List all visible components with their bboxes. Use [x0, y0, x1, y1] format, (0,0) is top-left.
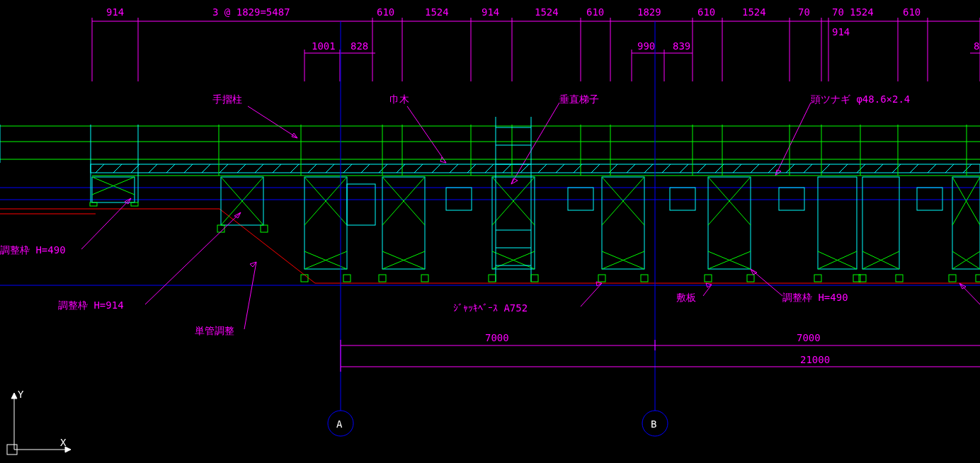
svg-line-25 — [407, 106, 446, 163]
dim-914b: 914 — [482, 6, 499, 18]
svg-line-83 — [857, 164, 865, 173]
svg-line-50 — [273, 164, 281, 173]
label-adj490: 調整枠 H=490 — [0, 244, 66, 256]
svg-rect-175 — [641, 275, 648, 282]
svg-line-74 — [697, 164, 706, 173]
svg-line-48 — [237, 164, 246, 173]
label-ladder: 垂直梯子 — [559, 93, 599, 105]
svg-rect-164 — [90, 202, 97, 206]
ucs-x: X — [60, 437, 67, 448]
dim-839: 839 — [673, 40, 690, 52]
dim-8: 8 — [974, 40, 979, 52]
svg-line-87 — [928, 164, 936, 173]
svg-rect-172 — [489, 275, 496, 282]
svg-line-49 — [255, 164, 263, 173]
svg-rect-111 — [382, 177, 425, 269]
svg-line-80 — [804, 164, 812, 173]
svg-line-57 — [397, 164, 405, 173]
dim-610d: 610 — [903, 6, 921, 18]
svg-line-71 — [644, 164, 653, 173]
svg-line-24 — [248, 106, 297, 138]
ucs-y: Y — [18, 389, 24, 400]
svg-rect-114 — [708, 177, 751, 269]
dim-5487: 3 @ 1829=5487 — [212, 6, 290, 18]
svg-rect-112 — [492, 177, 535, 269]
svg-line-73 — [680, 164, 688, 173]
svg-line-79 — [786, 164, 794, 173]
svg-line-54 — [343, 164, 352, 173]
dim-21000: 21000 — [800, 354, 830, 365]
dim-1524d: 1524 — [850, 6, 874, 18]
svg-rect-177 — [747, 275, 754, 282]
svg-line-27 — [775, 103, 811, 176]
label-handrail: 手摺柱 — [212, 93, 242, 105]
dim-70b: 70 — [832, 6, 844, 18]
svg-line-63 — [503, 164, 511, 173]
label-tie: 頭ツナギ φ48.6×2.4 — [811, 93, 910, 105]
svg-marker-202 — [11, 393, 17, 399]
svg-line-85 — [892, 164, 901, 173]
svg-line-29 — [220, 209, 315, 283]
dim-610c: 610 — [697, 6, 715, 18]
svg-line-56 — [379, 164, 387, 173]
svg-line-55 — [361, 164, 370, 173]
svg-rect-170 — [379, 275, 386, 282]
svg-rect-151 — [446, 188, 472, 210]
svg-line-26 — [511, 103, 559, 184]
svg-rect-113 — [602, 177, 644, 269]
svg-line-60 — [450, 164, 458, 173]
grid-a: A — [336, 418, 343, 430]
svg-line-190 — [959, 283, 980, 304]
svg-rect-178 — [814, 275, 821, 282]
svg-line-58 — [414, 164, 423, 173]
svg-line-62 — [485, 164, 494, 173]
svg-line-86 — [910, 164, 918, 173]
svg-rect-117 — [952, 177, 980, 269]
svg-rect-155 — [917, 188, 942, 210]
svg-rect-153 — [670, 188, 695, 210]
svg-rect-150 — [347, 184, 375, 225]
dim-7000b: 7000 — [797, 332, 821, 343]
svg-rect-115 — [818, 177, 857, 269]
svg-line-81 — [821, 164, 830, 173]
svg-line-52 — [308, 164, 317, 173]
svg-line-66 — [556, 164, 564, 173]
svg-line-64 — [520, 164, 529, 173]
svg-rect-173 — [531, 275, 538, 282]
svg-line-89 — [963, 164, 972, 173]
svg-rect-183 — [976, 275, 980, 282]
dim-1001: 1001 — [312, 40, 336, 52]
dim-990: 990 — [637, 40, 655, 52]
dim-828: 828 — [351, 40, 368, 52]
svg-line-44 — [166, 164, 175, 173]
label-adj914: 調整枠 H=914 — [58, 299, 124, 311]
svg-rect-167 — [261, 225, 268, 232]
svg-line-78 — [768, 164, 777, 173]
dim-1829: 1829 — [637, 6, 661, 18]
dim-7000a: 7000 — [485, 332, 509, 343]
dim-914: 914 — [106, 6, 124, 18]
svg-rect-171 — [421, 275, 428, 282]
svg-line-59 — [432, 164, 440, 173]
svg-rect-174 — [598, 275, 605, 282]
svg-rect-168 — [301, 275, 308, 282]
dim-1524c: 1524 — [742, 6, 766, 18]
dim-610b: 610 — [586, 6, 604, 18]
label-adj490r: 調整枠 H=490 — [782, 292, 848, 303]
svg-rect-116 — [862, 177, 899, 269]
svg-line-43 — [149, 164, 157, 173]
svg-line-189 — [751, 269, 782, 296]
label-pipe: 単管調整 — [195, 325, 234, 336]
svg-line-187 — [581, 283, 602, 307]
svg-line-61 — [467, 164, 476, 173]
svg-line-84 — [874, 164, 883, 173]
dim-1524b: 1524 — [535, 6, 559, 18]
dim-70: 70 — [798, 6, 810, 18]
svg-rect-176 — [705, 275, 712, 282]
svg-rect-154 — [779, 188, 804, 210]
svg-line-184 — [81, 198, 131, 249]
svg-line-68 — [591, 164, 600, 173]
label-plate: 敷板 — [676, 292, 696, 303]
svg-rect-182 — [949, 275, 956, 282]
svg-line-65 — [538, 164, 547, 173]
